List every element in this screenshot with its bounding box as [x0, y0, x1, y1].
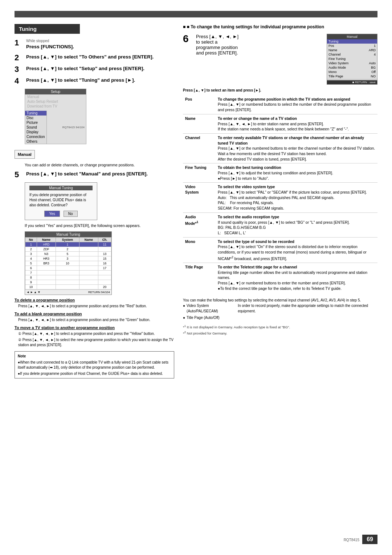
- header-bullet: ■: [183, 24, 187, 29]
- rs-row-pos: Pos1: [327, 44, 377, 48]
- step-6-text: Press [▲, ▼, ◄, ►]to select aprogramme p…: [196, 34, 238, 56]
- manual-label: Manual: [15, 150, 35, 159]
- manual-tuning-note: If you select "Yes" and press [ENTER], t…: [25, 223, 174, 228]
- detail-channel: Channel To enter newly available TV stat…: [183, 133, 377, 163]
- menu-manual: Manual: [25, 94, 86, 99]
- side-tuning: Tuning: [25, 111, 46, 116]
- setup-screen: Setup Manual Auto-Setup Restart Download…: [25, 89, 86, 144]
- row1-ch: 11: [98, 242, 111, 247]
- add-text: Press [▲, ▼, ◄, ►] to select a programme…: [18, 317, 174, 323]
- bottom-note-intro: You can make the following two settings …: [183, 297, 377, 303]
- footnote-2: *2 Not provided for Germany.: [183, 330, 377, 336]
- rs-row-name: NameARD: [327, 48, 377, 52]
- detail-audiomode: AudioMode*1 To select the audio receptio…: [183, 212, 377, 237]
- detail-channel-def: To enter newly available TV stations or …: [216, 133, 377, 163]
- yes-button[interactable]: Yes: [44, 211, 60, 217]
- detail-name-def: To enter or change the name of a TV stat…: [216, 114, 377, 133]
- right-column: Changing the unit's settings ■ ■ To chan…: [183, 24, 377, 381]
- step-1: 1 While stopped Press [FUNCTIONS].: [15, 39, 174, 50]
- step-2-number: 2: [15, 54, 25, 62]
- page-number: 69: [362, 535, 377, 544]
- row1-name: ARD: [37, 242, 56, 247]
- detail-audiomode-def: To select the audio reception type If so…: [216, 212, 377, 237]
- detail-mono-def: To select the type of sound to be record…: [216, 237, 377, 263]
- side-picture: Picture: [25, 120, 46, 125]
- detail-pos-def: To change the programme position in whic…: [216, 95, 377, 114]
- detail-pos-term: Pos: [183, 95, 216, 114]
- step-5-number: 5: [15, 171, 25, 179]
- bottom-note-titlepage: Title Page (Auto/Off): [183, 315, 377, 320]
- detail-pos: Pos To change the programme position in …: [183, 95, 377, 114]
- step-1-label: While stopped: [26, 39, 174, 43]
- rs-title: Manual: [327, 34, 377, 39]
- detail-finetuning: Fine Tuning To obtain the best tuning co…: [183, 163, 377, 183]
- bottom-note-videosys: Video System (Auto/PAL/SECAM)In order to…: [183, 303, 377, 314]
- side-sound: Sound: [25, 125, 46, 130]
- manual-tuning-warning: Manual Tuning If you delete programme po…: [25, 182, 97, 220]
- col-name: Name: [37, 237, 56, 242]
- detail-titlepage-term: Title Page: [183, 263, 216, 292]
- row1-n2: [79, 242, 98, 247]
- top-bar: [15, 11, 377, 17]
- mt-footer-right: RETURN 94/104: [88, 291, 110, 294]
- row1-no: 1: [25, 242, 37, 247]
- step-6-content: 6 Press [▲, ▼, ◄, ►]to select aprogramme…: [183, 34, 324, 56]
- note-item-2: ●If you delete programme position of Hos…: [18, 371, 171, 376]
- mt-footer-left: ◄ ► ▲ ▼: [26, 291, 40, 294]
- detail-videosystem-term: VideoSystem: [183, 183, 216, 212]
- move-item-1: ① Press [▲, ▼, ◄, ►] to select a program…: [18, 331, 174, 336]
- footnote-1: *1 It is not displayed in Germany. Audio…: [183, 324, 377, 330]
- bottom-notes: You can make the following two settings …: [183, 297, 377, 320]
- detail-videosystem: VideoSystem To select the video system t…: [183, 183, 377, 212]
- step-4-text: Press [▲, ▼] to select "Tuning" and pres…: [26, 77, 174, 84]
- detail-name-term: Name: [183, 114, 216, 133]
- no-button[interactable]: No: [64, 211, 78, 217]
- detail-titlepage: Title Page To enter the Teletext title p…: [183, 263, 377, 292]
- rqt-number: RQT8415: [344, 538, 359, 542]
- right-section-header: ■ ■ To change the tuning settings for in…: [183, 24, 377, 30]
- side-disc: Disc: [25, 116, 46, 120]
- menu-downloadtv: Download from TV: [25, 104, 86, 109]
- rs-row-channel: Channel4: [327, 52, 377, 57]
- detail-finetuning-term: Fine Tuning: [183, 163, 216, 183]
- section-title: Tuning: [15, 24, 80, 34]
- rs-row-tuning: Tuning: [327, 39, 377, 44]
- step-2: 2 Press [▲, ▼] to select "To Others" and…: [15, 54, 174, 62]
- step-1-number: 1: [15, 39, 25, 47]
- manual-note: You can add or delete channels, or chang…: [25, 162, 174, 168]
- col-ch: Ch.: [98, 237, 111, 242]
- row1-sys: 1: [56, 242, 79, 247]
- detail-finetuning-def: To obtain the best tuning condition Pres…: [216, 163, 377, 183]
- col-name2: Name: [79, 237, 98, 242]
- rs-row-videosys: Video SystemAuto: [327, 61, 377, 65]
- note-block-title: Note: [18, 353, 171, 359]
- left-column: Tuning 1 While stopped Press [FUNCTIONS]…: [15, 24, 174, 381]
- step-2-text: Press [▲, ▼] to select "To Others" and p…: [26, 54, 174, 60]
- manual-tuning-table: Manual Tuning No Name System Name Ch. 1A…: [25, 231, 112, 295]
- detail-audiomode-term: AudioMode*1: [183, 212, 216, 237]
- delete-title: To delete a programme position: [15, 298, 174, 302]
- note-block: Note ●When the unit connected to a Q Lin…: [15, 351, 174, 378]
- detail-table: Pos To change the programme position in …: [183, 95, 377, 293]
- warning-title: Manual Tuning: [29, 186, 93, 190]
- menu-autosetup: Auto-Setup Restart: [25, 99, 86, 104]
- move-title: To move a TV station to another programm…: [15, 325, 174, 330]
- press-note: Press [▲, ▼] to select an item and press…: [183, 88, 377, 92]
- step-5: 5 Press [▲, ▼] to select "Manual" and pr…: [15, 171, 174, 179]
- move-item-2: ② Press [▲, ▼, ◄, ►] to select the new p…: [18, 337, 174, 348]
- rs-row-finetuning: Fine Tuning: [327, 57, 377, 61]
- delete-text: Press [▲, ▼, ◄, ►] to select a programme…: [18, 304, 174, 309]
- col-system: System: [56, 237, 79, 242]
- warning-text: If you delete programme position of Host…: [29, 193, 93, 208]
- step-3-number: 3: [15, 65, 25, 73]
- detail-mono-term: Mono: [183, 237, 216, 263]
- step-3-text: Press [▲, ▼] to select "Setup" and press…: [26, 65, 174, 72]
- step-3: 3 Press [▲, ▼] to select "Setup" and pre…: [15, 65, 174, 73]
- mt-title: Manual Tuning: [25, 232, 111, 237]
- col-no: No: [25, 237, 37, 242]
- step-6-number: 6: [183, 34, 195, 44]
- rs-footer: ■ RETURN : save: [327, 80, 377, 84]
- setup-screen-title: Setup: [25, 89, 86, 94]
- add-title: To add a blank programme position: [15, 312, 174, 316]
- side-display: Display: [25, 130, 46, 134]
